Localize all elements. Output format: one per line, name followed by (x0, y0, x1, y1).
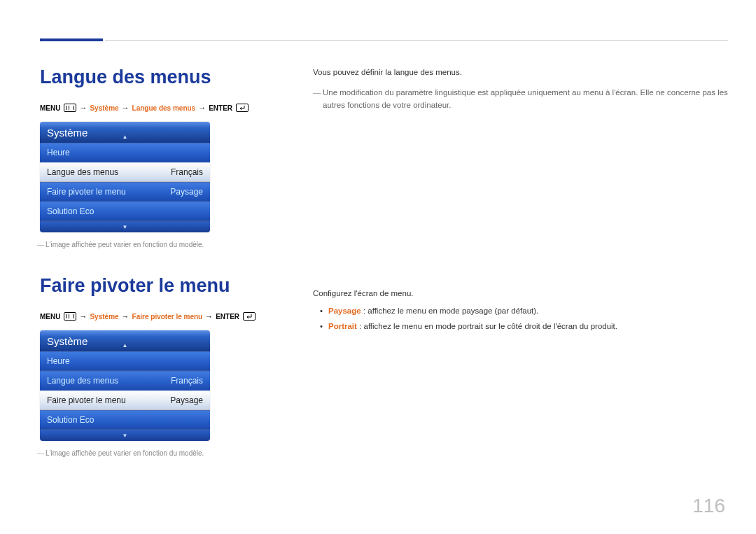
osd-row-heure[interactable]: Heure (40, 351, 210, 371)
breadcrumb-system: Système (90, 104, 118, 112)
desc-intro: Configurez l'écran de menu. (313, 288, 617, 300)
osd-title: Système ▲ (40, 330, 210, 351)
heading-langue: Langue des menus (40, 66, 288, 88)
page-number: 116 (692, 495, 725, 517)
triangle-up-icon: ▲ (122, 134, 128, 140)
footnote-2: L'image affichée peut varier en fonction… (46, 449, 288, 457)
breadcrumb-enter-label: ENTER (209, 104, 232, 112)
osd-row-label: Heure (47, 356, 70, 366)
heading-pivot: Faire pivoter le menu (40, 275, 288, 297)
enter-icon (243, 312, 255, 321)
osd-row-label: Faire pivoter le menu (47, 187, 126, 197)
osd-row-pivot[interactable]: Faire pivoter le menu Paysage (40, 391, 210, 410)
arrow-icon: → (205, 312, 213, 321)
osd-row-eco[interactable]: Solution Eco (40, 202, 210, 221)
breadcrumb-langue: MENU → Système → Langue des menus → ENTE… (40, 104, 288, 112)
osd-row-heure[interactable]: Heure (40, 143, 210, 162)
bullet-paysage: Paysage : affichez le menu en mode paysa… (323, 305, 617, 317)
osd-row-langue[interactable]: Langue des menus Français (40, 371, 210, 391)
header-rule (105, 40, 728, 41)
bullet-portrait: Portrait : affichez le menu en mode port… (323, 321, 617, 332)
right-column: Vous pouvez définir la langue des menus.… (313, 66, 728, 111)
osd-row-label: Solution Eco (47, 206, 94, 216)
osd-row-label: Faire pivoter le menu (47, 395, 126, 405)
breadcrumb-pivot: MENU → Système → Faire pivoter le menu →… (40, 312, 288, 321)
triangle-down-icon: ▼ (122, 433, 128, 439)
breadcrumb-system: Système (90, 313, 118, 321)
arrow-icon: → (122, 312, 130, 321)
desc-langue: Vous pouvez définir la langue des menus.… (313, 66, 728, 111)
osd-row-value: Paysage (170, 395, 203, 405)
osd-row-value: Français (171, 167, 203, 177)
osd-row-langue[interactable]: Langue des menus Français (40, 162, 210, 182)
left-column: Langue des menus MENU → Système → Langue… (40, 66, 288, 457)
osd-footer: ▼ (40, 430, 210, 441)
breadcrumb-enter-label: ENTER (216, 313, 239, 321)
osd-row-label: Heure (47, 148, 70, 157)
bullet-keyword: Paysage (328, 307, 361, 315)
page-content: Langue des menus MENU → Système → Langue… (40, 66, 728, 513)
desc-note: Une modification du paramètre linguistiq… (313, 87, 728, 111)
osd-row-label: Solution Eco (47, 415, 94, 425)
arrow-icon: → (198, 104, 206, 112)
triangle-down-icon: ▼ (122, 224, 128, 230)
bullet-list: Paysage : affichez le menu en mode paysa… (313, 305, 617, 332)
bullet-keyword: Portrait (328, 322, 357, 330)
section-langue: Langue des menus MENU → Système → Langue… (40, 66, 288, 248)
footnote-1: L'image affichée peut varier en fonction… (46, 241, 288, 248)
osd-title-text: Système (47, 335, 88, 347)
bullet-text: : affichez le menu en mode paysage (par … (361, 307, 539, 315)
menu-icon (64, 104, 76, 112)
osd-panel-1: Système ▲ Heure Langue des menus Françai… (40, 122, 210, 232)
osd-title: Système ▲ (40, 122, 210, 143)
header-accent-bar (40, 38, 103, 41)
desc-pivot: Configurez l'écran de menu. Paysage : af… (313, 288, 617, 332)
bullet-text: : affichez le menu en mode portrait sur … (357, 322, 617, 330)
breadcrumb-item: Langue des menus (132, 104, 196, 112)
enter-icon (236, 104, 248, 112)
desc-intro: Vous pouvez définir la langue des menus. (313, 66, 728, 78)
breadcrumb-item: Faire pivoter le menu (132, 313, 203, 321)
osd-row-value: Paysage (170, 187, 203, 197)
arrow-icon: → (79, 104, 87, 112)
triangle-up-icon: ▲ (122, 342, 128, 349)
osd-title-text: Système (47, 127, 88, 139)
section-pivot: Faire pivoter le menu MENU → Système → F… (40, 275, 288, 457)
osd-body: Heure Langue des menus Français Faire pi… (40, 143, 210, 221)
osd-row-value: Français (171, 376, 203, 386)
osd-row-pivot[interactable]: Faire pivoter le menu Paysage (40, 182, 210, 202)
arrow-icon: → (122, 104, 130, 112)
osd-row-label: Langue des menus (47, 376, 118, 386)
osd-row-label: Langue des menus (47, 167, 118, 177)
osd-panel-2: Système ▲ Heure Langue des menus Françai… (40, 330, 210, 441)
menu-icon (64, 312, 76, 321)
osd-footer: ▼ (40, 221, 210, 232)
breadcrumb-menu-label: MENU (40, 104, 60, 112)
osd-row-eco[interactable]: Solution Eco (40, 410, 210, 430)
breadcrumb-menu-label: MENU (40, 313, 60, 321)
arrow-icon: → (79, 312, 87, 321)
osd-body: Heure Langue des menus Français Faire pi… (40, 351, 210, 430)
